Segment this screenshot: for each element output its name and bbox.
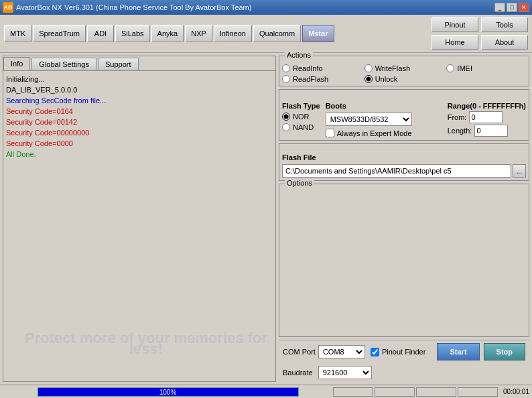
log-line: All Done. — [6, 149, 273, 159]
bottom-bar: COM Port COM8 Pinout Finder Start Stop — [279, 340, 529, 363]
actions-label: Actions — [285, 51, 313, 59]
tab-bar: InfoGlobal SettingsSupport — [3, 56, 275, 71]
action-label-readflash: ReadFlash — [293, 75, 328, 83]
action-radio-unlock[interactable] — [364, 75, 373, 83]
app-icon: AB — [3, 2, 13, 13]
log-line: Security Code=00000000 — [6, 127, 273, 138]
log-line: Security Code=0000 — [6, 138, 273, 149]
brand-btn-spreadtrum[interactable]: SpreadTrum — [33, 25, 86, 42]
log-line: Initializing... — [6, 74, 273, 84]
pinout-finder-item: Pinout Finder — [371, 348, 425, 356]
maximize-button[interactable]: □ — [507, 3, 517, 12]
flash-type-group: Flash Type NOR NAND Boots — [279, 89, 529, 141]
log-line: Searching SecCode from file... — [6, 95, 273, 106]
watermark: Protect more of your memories for less! — [17, 333, 275, 354]
brand-buttons: MTKSpreadTrumADISiLabsAnykaNXPInfineonQu… — [4, 25, 334, 42]
com-port-label: COM Port — [283, 348, 316, 356]
brand-btn-qualcomm[interactable]: Qualcomm — [253, 25, 301, 42]
tab-support[interactable]: Support — [98, 58, 139, 70]
file-path-input[interactable] — [282, 164, 511, 178]
baud-row: Baudrate 921600 — [279, 366, 529, 382]
boots-label: Boots — [326, 102, 412, 110]
nor-label: NOR — [293, 113, 309, 121]
file-row: ... — [282, 164, 526, 178]
from-input[interactable] — [469, 111, 503, 123]
nand-label: NAND — [293, 123, 314, 131]
right-btn-home[interactable]: Home — [431, 35, 478, 50]
right-panel: Actions ReadInfoWriteFlashIMEIReadFlashU… — [279, 56, 529, 382]
log-line: Security Code=00142 — [6, 117, 273, 127]
seg1 — [333, 387, 373, 397]
brand-btn-infineon[interactable]: Infineon — [214, 25, 252, 42]
action-readflash: ReadFlash — [282, 75, 362, 83]
brand-btn-nxp[interactable]: NXP — [185, 25, 212, 42]
action-label-unlock: Unlock — [375, 75, 398, 83]
minimize-button[interactable]: _ — [494, 3, 505, 12]
seg4 — [458, 387, 498, 397]
actions-group: Actions ReadInfoWriteFlashIMEIReadFlashU… — [279, 56, 529, 86]
from-label: From: — [448, 113, 467, 121]
pinout-finder-checkbox[interactable] — [371, 348, 379, 356]
brand-btn-anyka[interactable]: Anyka — [151, 25, 184, 42]
brand-btn-silabs[interactable]: SiLabs — [115, 25, 150, 42]
log-line: Security Code=0164 — [6, 106, 273, 117]
log-line: DA_LIB_VER_5.0.0.0 — [6, 84, 273, 95]
progress-text: 100% — [38, 388, 298, 397]
title-text: AvatorBox NX Ver6.301 (China Phone Servi… — [16, 3, 251, 11]
right-btn-pinout[interactable]: Pinout — [431, 17, 478, 32]
action-readinfo: ReadInfo — [282, 64, 362, 72]
log-area: Initializing...DA_LIB_VER_5.0.0.0Searchi… — [3, 71, 275, 381]
status-segments — [333, 387, 498, 397]
action-label-imei: IMEI — [457, 64, 472, 72]
expert-mode-item: Always in Expert Mode — [326, 129, 412, 137]
com-port-row: COM Port COM8 — [283, 345, 365, 358]
toolbar: MTKSpreadTrumADISiLabsAnykaNXPInfineonQu… — [0, 15, 532, 53]
expert-mode-checkbox[interactable] — [326, 129, 334, 137]
flash-type-label: Flash Type — [282, 102, 320, 110]
brand-btn-mstar[interactable]: Mstar — [302, 25, 334, 42]
content-area: InfoGlobal SettingsSupport Initializing.… — [0, 53, 532, 385]
browse-button[interactable]: ... — [513, 164, 526, 178]
stop-button[interactable]: Stop — [484, 343, 525, 360]
action-label-writeflash: WriteFlash — [375, 64, 410, 72]
action-unlock: Unlock — [364, 75, 444, 83]
tab-global-settings[interactable]: Global Settings — [31, 58, 96, 70]
tab-info[interactable]: Info — [3, 57, 30, 70]
action-writeflash: WriteFlash — [364, 64, 444, 72]
com-port-select[interactable]: COM8 — [318, 345, 365, 358]
action-radio-imei[interactable] — [446, 64, 454, 72]
action-imei: IMEI — [446, 64, 526, 72]
action-radio-readinfo[interactable] — [282, 64, 290, 72]
left-panel: InfoGlobal SettingsSupport Initializing.… — [3, 56, 276, 382]
pinout-finder-label: Pinout Finder — [382, 348, 425, 356]
action-buttons: Start Stop — [437, 343, 525, 360]
action-label-readinfo: ReadInfo — [293, 64, 323, 72]
seg3 — [416, 387, 456, 397]
right-buttons: PinoutToolsHomeAbout — [431, 17, 528, 50]
nor-radio-item: NOR — [282, 113, 320, 121]
options-group: Options — [279, 184, 529, 337]
brand-btn-adi[interactable]: ADI — [87, 25, 114, 42]
status-bar: 100% 00:00:01 — [0, 385, 532, 398]
range-label: Range(0 - FFFFFFFFh) — [448, 102, 526, 110]
brand-btn-mtk[interactable]: MTK — [4, 25, 31, 42]
expert-mode-label: Always in Expert Mode — [337, 129, 412, 137]
action-radio-readflash[interactable] — [282, 75, 290, 83]
right-btn-tools[interactable]: Tools — [481, 17, 528, 32]
options-label: Options — [285, 179, 314, 187]
start-button[interactable]: Start — [437, 343, 479, 360]
boots-select[interactable]: MSW8533D/8532 — [326, 113, 412, 126]
action-radio-writeflash[interactable] — [364, 64, 373, 72]
progress-section: 100% — [3, 387, 333, 397]
flash-file-group: Flash File ... — [279, 143, 529, 181]
right-btn-about[interactable]: About — [481, 35, 528, 50]
length-input[interactable] — [474, 125, 508, 137]
close-button[interactable]: ✕ — [519, 3, 529, 12]
actions-area: ReadInfoWriteFlashIMEIReadFlashUnlock — [282, 59, 526, 83]
nand-radio[interactable] — [282, 123, 290, 131]
nor-radio[interactable] — [282, 113, 290, 121]
status-time: 00:00:01 — [503, 388, 529, 395]
baudrate-select[interactable]: 921600 — [318, 366, 372, 379]
main-container: MTKSpreadTrumADISiLabsAnykaNXPInfineonQu… — [0, 15, 532, 385]
length-label: Length: — [448, 127, 472, 135]
